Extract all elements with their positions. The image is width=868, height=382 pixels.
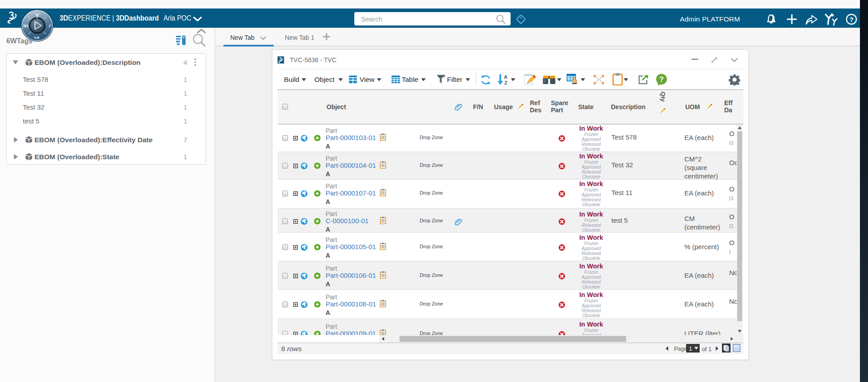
svg-text:?: ? [659, 76, 664, 83]
svg-text:i': i' [49, 23, 52, 28]
svg-text:?: ? [849, 16, 853, 23]
svg-text:3D: 3D [23, 23, 28, 28]
svg-text:Z: Z [504, 80, 507, 85]
svg-text:V.R: V.R [34, 36, 40, 40]
svg-text:A: A [504, 74, 507, 80]
